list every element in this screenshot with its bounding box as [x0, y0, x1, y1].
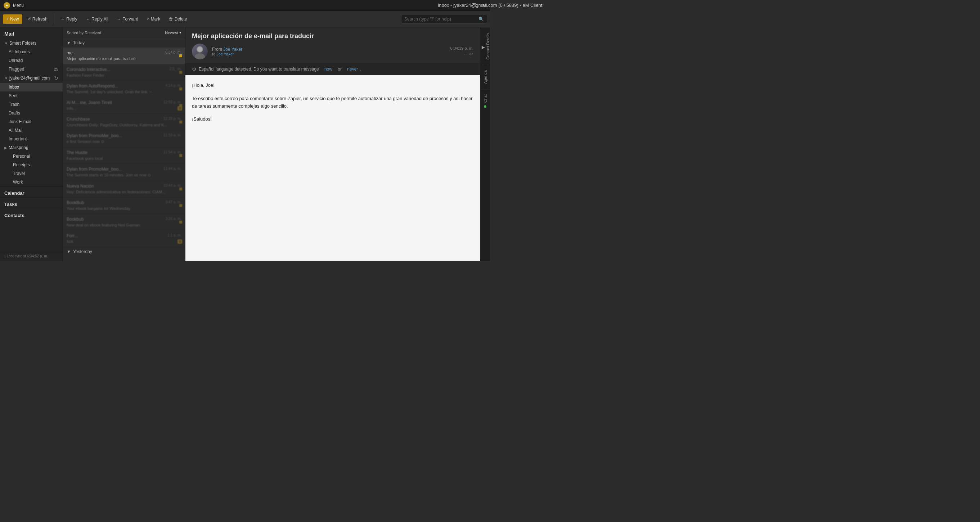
email-list-header: Sorted by Received Newest ▾ [63, 27, 185, 38]
email-sender-2: Dylan from AutoRespond... [67, 84, 118, 89]
email-sender-0: me [67, 50, 73, 56]
agenda-tab[interactable]: Agenda [482, 65, 489, 89]
info-icon: ℹ [4, 254, 6, 258]
email-item-6[interactable]: The Hustle 11:54 a. m. Facebook goes loc… [63, 147, 185, 164]
email-body-line1: ¡Hola, Joe! [192, 82, 473, 89]
email-item-top-6: The Hustle 11:54 a. m. [67, 150, 181, 155]
email-item-1[interactable]: Coronado Interactive... 2:5_ m. Fashion … [63, 64, 185, 81]
sidebar-item-flagged[interactable]: Flagged 29 [0, 65, 63, 73]
to-name[interactable]: Joe Yaker [216, 52, 234, 56]
reply-button[interactable]: ← Reply [57, 14, 81, 24]
email-item-11[interactable]: Forr... 1:1 a. m. N/A 9 [63, 231, 185, 247]
sidebar-item-trash[interactable]: Trash [0, 100, 63, 109]
email-item-4[interactable]: Crunchbase 12:28 p. m. Crunchbase Daily:… [63, 114, 185, 130]
unread-label: Unread [9, 58, 23, 63]
sidebar-item-all-inboxes[interactable]: All Inboxes [0, 48, 63, 56]
sidebar-item-all-mail[interactable]: All Mail [0, 126, 63, 135]
email-sender-3: Al M... me, Joann Tirrell [67, 100, 112, 105]
email-item-3[interactable]: Al M... me, Joann Tirrell 12:59 p. m. In… [63, 97, 185, 114]
email-subject-4: Crunchbase Daily: PageDuty, Outdoorsy, K… [67, 123, 181, 127]
email-timestamp: 6:34:39 p. m. [450, 46, 473, 50]
email-body: ¡Hola, Joe! Te escribo este correo para … [185, 75, 480, 261]
email-subject-3: Info... [67, 106, 181, 110]
sidebar-item-travel[interactable]: Travel [0, 169, 63, 178]
email-time-4: 12:28 p. m. [164, 117, 181, 122]
search-input[interactable] [404, 17, 476, 22]
search-box: 🔍 [401, 15, 487, 24]
all-mail-label: All Mail [9, 128, 23, 133]
refresh-button[interactable]: ↺ Refresh [24, 14, 51, 24]
newest-button[interactable]: Newest ▾ [165, 30, 181, 35]
new-button[interactable]: + New [3, 14, 22, 24]
contacts-section-header[interactable]: Contacts [0, 209, 63, 220]
today-group-header[interactable]: ▼ Today [63, 38, 185, 48]
sidebar-item-sent[interactable]: Sent [0, 91, 63, 100]
sidebar-item-unread[interactable]: Unread [0, 56, 63, 65]
smart-folders-label: Smart Folders [10, 41, 37, 46]
flagged-label: Flagged [9, 67, 24, 72]
delete-button[interactable]: 🗑 Delete [165, 14, 191, 24]
app-icon: ● [3, 2, 10, 9]
email-time-11: 1:1 a. m. [167, 233, 181, 238]
sidebar-item-personal[interactable]: Personal [0, 152, 63, 161]
email-item-0[interactable]: me 6:34 p. m. Mejor aplicación de e-mail… [63, 48, 185, 64]
email-item-top-7: Dylan from PromoMer_boo... 11:44 a. m. [67, 167, 181, 172]
from-name[interactable]: Joe Yaker [223, 47, 242, 52]
email-item-top-10: Bookbub 3:26 a. m. [67, 217, 181, 222]
email-sender-10: Bookbub [67, 217, 84, 222]
avatar-inner [192, 43, 208, 59]
account-label: jyaker24@gmail.com [10, 76, 50, 81]
mailspring-header[interactable]: ▶ Mailspring [0, 143, 63, 152]
email-item-top-11: Forr... 1:1 a. m. [67, 233, 181, 238]
email-view-header: Mejor aplicación de e-mail para traducir [185, 27, 480, 64]
email-item-9[interactable]: BookBub 3:47 a. m. Your ebook bargains f… [63, 197, 185, 214]
sidebar-item-drafts[interactable]: Drafts [0, 109, 63, 117]
sort-label: Sorted by Received [67, 30, 101, 35]
titlebar: ● Menu Inbox - jyaker24@gmail.com (0 / 5… [0, 0, 490, 11]
email-item-top-0: me 6:34 p. m. [67, 50, 181, 56]
email-meta-right: 6:34:39 p. m. ← ↩ [450, 46, 473, 57]
menu-label[interactable]: Menu [13, 3, 24, 8]
forward-button[interactable]: → Forward [113, 14, 142, 24]
titlebar-title: Inbox - jyaker24@gmail.com (0 / 5889) - … [438, 3, 490, 8]
smart-folders-header[interactable]: ▼ Smart Folders [0, 39, 63, 48]
account-header[interactable]: ▼ jyaker24@gmail.com ↻ [0, 73, 63, 83]
chevron-left-icon: ◀ [480, 36, 486, 60]
sidebar-item-work[interactable]: Work [0, 178, 63, 186]
email-flag-8 [179, 188, 182, 191]
mailspring-label: Mailspring [9, 145, 29, 150]
tasks-section-header[interactable]: Tasks [0, 197, 63, 209]
email-list-body: ▼ Today me 6:34 p. m. Mejor aplicación d… [63, 38, 185, 261]
titlebar-left: ● Menu [3, 2, 24, 9]
contact-details-tab[interactable]: ◀ Contact Details [479, 27, 490, 65]
email-item-10[interactable]: Bookbub 3:26 a. m. New deal on ebook fea… [63, 214, 185, 231]
translate-never-link[interactable]: never [347, 67, 358, 72]
email-item-5[interactable]: Dylan from PromoMer_boo... 11:59 a. m. e… [63, 130, 185, 147]
email-subject-2: The Summit: 1st day's unlocked. Grab the… [67, 90, 181, 94]
email-flag-4 [179, 121, 182, 124]
toolbar-separator [54, 14, 54, 24]
email-flag-1 [179, 71, 182, 74]
mark-button[interactable]: ○ Mark [143, 14, 164, 24]
sidebar-item-junk[interactable]: Junk E-mail [0, 117, 63, 126]
reply-all-button[interactable]: ← Reply All [83, 14, 112, 24]
email-item-7[interactable]: Dylan from PromoMer_boo... 11:44 a. m. T… [63, 164, 185, 181]
yesterday-group-header[interactable]: ▼ Yesterday [63, 247, 185, 256]
translate-now-link[interactable]: now [325, 67, 332, 72]
sidebar-item-important[interactable]: Important [0, 135, 63, 143]
chevron-down-icon-yesterday: ▼ [67, 249, 71, 254]
calendar-section-header[interactable]: Calendar [0, 186, 63, 197]
flagged-badge: 29 [54, 67, 58, 71]
email-sender-6: The Hustle [67, 150, 88, 155]
svg-point-2 [197, 47, 202, 52]
email-sender-4: Crunchbase [67, 117, 90, 122]
translation-period: . [360, 67, 361, 72]
email-item-8[interactable]: Nueva Nación 10:44 a. m. Hoy: Deficienci… [63, 181, 185, 197]
toolbar: + New ↺ Refresh ← Reply ← Reply All → Fo… [0, 11, 490, 27]
chat-tab[interactable]: Chat [482, 89, 489, 113]
email-time-8: 10:44 a. m. [164, 184, 181, 189]
sidebar-item-inbox[interactable]: Inbox [0, 83, 63, 91]
sidebar-item-receipts[interactable]: Receipts [0, 161, 63, 169]
translate-icon: ⚙ [192, 66, 197, 72]
email-item-2[interactable]: Dylan from AutoRespond... 4:14 p. m. The… [63, 81, 185, 97]
